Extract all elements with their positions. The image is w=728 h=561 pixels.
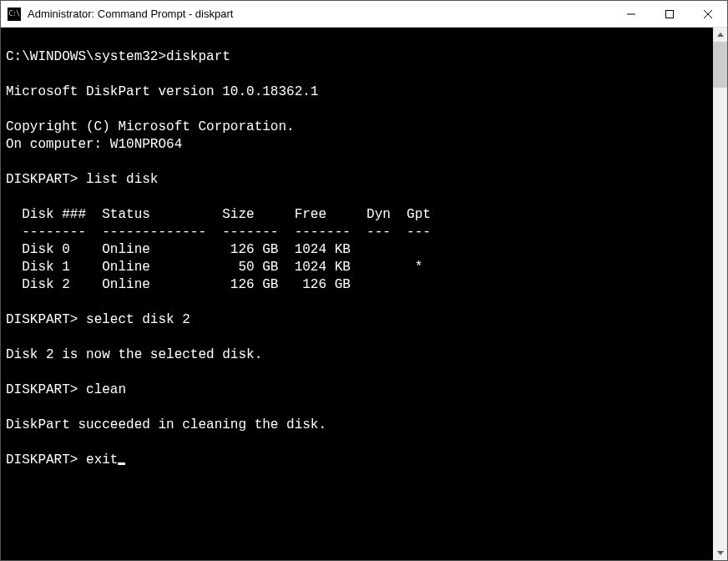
chevron-down-icon bbox=[717, 551, 724, 555]
cmd-icon: C:\ bbox=[8, 8, 21, 21]
table-header: Disk ### Status Size Free Dyn Gpt bbox=[6, 207, 431, 222]
close-icon bbox=[704, 10, 712, 18]
window: C:\ Administrator: Command Prompt - disk… bbox=[0, 0, 728, 561]
client-area: C:\WINDOWS\system32>diskpart Microsoft D… bbox=[1, 28, 727, 560]
table-divider: -------- ------------- ------- ------- -… bbox=[6, 225, 431, 240]
clean-result: DiskPart succeeded in cleaning the disk. bbox=[6, 417, 326, 432]
window-title: Administrator: Command Prompt - diskpart bbox=[28, 8, 612, 20]
maximize-button[interactable] bbox=[650, 1, 689, 27]
on-computer-line: On computer: W10NPRO64 bbox=[6, 137, 182, 152]
cursor bbox=[118, 462, 125, 465]
minimize-button[interactable] bbox=[612, 1, 650, 27]
vertical-scrollbar[interactable] bbox=[713, 28, 727, 560]
scrollbar-thumb[interactable] bbox=[713, 42, 727, 88]
copyright-line: Copyright (C) Microsoft Corporation. bbox=[6, 119, 295, 134]
command-exit: exit bbox=[78, 452, 118, 468]
titlebar[interactable]: C:\ Administrator: Command Prompt - disk… bbox=[1, 1, 727, 28]
scroll-down-button[interactable] bbox=[713, 546, 727, 560]
select-result: Disk 2 is now the selected disk. bbox=[6, 347, 262, 362]
line: C:\WINDOWS\system32>diskpart Microsoft D… bbox=[6, 49, 447, 468]
table-row: Disk 0 Online 126 GB 1024 KB bbox=[6, 242, 447, 257]
prompt: DISKPART> bbox=[6, 312, 78, 327]
minimize-icon bbox=[627, 10, 635, 18]
terminal[interactable]: C:\WINDOWS\system32>diskpart Microsoft D… bbox=[1, 28, 713, 560]
prompt: C:\WINDOWS\system32> bbox=[6, 49, 166, 64]
svg-rect-0 bbox=[666, 10, 674, 18]
chevron-up-icon bbox=[717, 33, 724, 37]
version-line: Microsoft DiskPart version 10.0.18362.1 bbox=[6, 84, 318, 99]
prompt: DISKPART> bbox=[6, 452, 78, 468]
command-clean: clean bbox=[78, 382, 126, 397]
table-row: Disk 1 Online 50 GB 1024 KB * bbox=[6, 260, 447, 275]
prompt: DISKPART> bbox=[6, 382, 78, 397]
command-diskpart: diskpart bbox=[166, 49, 230, 64]
window-controls bbox=[612, 1, 727, 27]
table-row: Disk 2 Online 126 GB 126 GB bbox=[6, 277, 447, 292]
scroll-up-button[interactable] bbox=[713, 28, 727, 42]
close-button[interactable] bbox=[689, 1, 727, 27]
command-select-disk: select disk 2 bbox=[78, 312, 190, 327]
command-list-disk: list disk bbox=[78, 172, 158, 187]
prompt: DISKPART> bbox=[6, 172, 78, 187]
maximize-icon bbox=[665, 10, 674, 18]
